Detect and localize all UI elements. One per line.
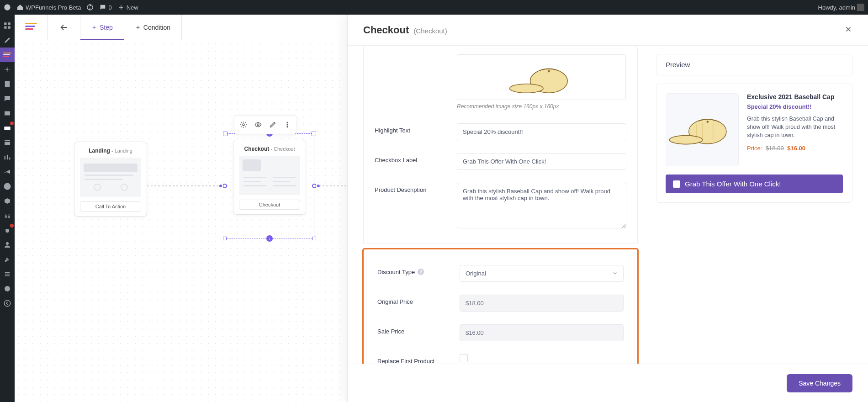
home-icon — [16, 4, 24, 11]
label-replace: Replace First Product — [377, 354, 460, 364]
toolbar-more-button[interactable] — [281, 118, 294, 131]
image-hint: Recommended image size 160px x 160px — [457, 103, 626, 111]
preview-cta-button[interactable]: Grab This Offer With One Click! — [666, 175, 843, 193]
svg-rect-2 — [4, 22, 6, 25]
app-logo[interactable] — [15, 15, 48, 40]
wp-howdy[interactable]: Howdy, admin — [818, 4, 864, 11]
tab-step[interactable]: Step — [80, 15, 124, 40]
drawer-close-button[interactable] — [844, 25, 852, 35]
more-vertical-icon — [284, 121, 291, 128]
toolbar-settings-button[interactable] — [237, 118, 250, 131]
checkbox-label-input[interactable] — [457, 153, 626, 170]
chevron-down-icon — [612, 270, 618, 276]
drawer-title: Checkout (Checkout) — [363, 24, 447, 36]
side-item-marketing[interactable] — [0, 164, 15, 179]
svg-rect-15 — [5, 274, 10, 275]
svg-point-18 — [4, 300, 11, 307]
svg-rect-9 — [4, 127, 11, 130]
port-dot-in[interactable] — [218, 184, 223, 188]
svg-rect-3 — [8, 22, 11, 25]
side-item-comments[interactable] — [0, 91, 15, 106]
side-item-media[interactable] — [0, 62, 15, 77]
save-changes-button[interactable]: Save Changes — [787, 374, 852, 392]
wp-comments[interactable]: 0 — [99, 4, 111, 11]
gear-icon — [240, 121, 247, 128]
svg-point-25 — [510, 84, 544, 93]
side-item-appearance[interactable] — [0, 208, 15, 223]
wp-updates-icon[interactable] — [86, 4, 94, 11]
wp-site-link[interactable]: WPFunnels Pro Beta — [16, 4, 81, 11]
toolbar-edit-button[interactable] — [266, 118, 279, 131]
node-cta-button[interactable]: Call To Action — [80, 201, 141, 212]
side-item-analytics[interactable] — [0, 150, 15, 164]
badge-bottom-icon: ↓ — [266, 235, 273, 242]
label-desc: Product Description — [375, 183, 457, 193]
replace-first-checkbox[interactable] — [460, 354, 468, 362]
plus-icon — [135, 25, 141, 30]
pencil-icon — [269, 121, 276, 128]
side-item-woo[interactable] — [0, 121, 15, 135]
product-image-box[interactable] — [457, 54, 626, 100]
side-item-elementor[interactable] — [0, 179, 15, 194]
toolbar-view-button[interactable] — [252, 118, 265, 131]
node-title: Checkout - Checkout — [239, 146, 300, 152]
original-price-field: $18.00 — [460, 295, 624, 312]
preview-cta-checkbox[interactable] — [673, 180, 680, 188]
order-bump-card: Recommended image size 160px x 160px Hig… — [363, 46, 638, 243]
comment-icon — [99, 4, 106, 11]
close-icon — [844, 25, 852, 33]
label-orig-price: Original Price — [377, 295, 460, 305]
svg-point-6 — [6, 69, 9, 71]
side-item-plugins[interactable] — [0, 223, 15, 238]
svg-point-22 — [287, 124, 288, 125]
help-icon[interactable]: ? — [418, 269, 424, 275]
step-drawer: Checkout (Checkout) — [347, 15, 868, 402]
side-item-templates[interactable] — [0, 194, 15, 208]
node-checkout[interactable]: Checkout - Checkout Checkout — [233, 140, 306, 215]
node-landing[interactable]: Landing - Landing Call To Action — [74, 142, 147, 217]
svg-point-23 — [287, 127, 288, 127]
side-item-pages[interactable] — [0, 77, 15, 91]
svg-rect-4 — [4, 26, 6, 29]
side-item-dashboard[interactable] — [0, 18, 15, 33]
plus-icon — [91, 25, 97, 30]
eye-icon — [254, 121, 262, 128]
svg-rect-10 — [5, 140, 10, 141]
wp-new[interactable]: New — [117, 4, 138, 11]
tab-condition[interactable]: Condition — [124, 15, 182, 40]
discount-type-select[interactable]: Original — [460, 265, 624, 282]
side-item-tools[interactable] — [0, 252, 15, 267]
svg-point-12 — [4, 183, 11, 190]
preview-desc: Grab this stylish Baseball Cap and show … — [747, 115, 843, 139]
sale-price-field: $16.00 — [460, 324, 624, 341]
svg-point-26 — [548, 70, 550, 72]
side-item-generic[interactable] — [0, 281, 15, 296]
description-input[interactable] — [457, 183, 626, 228]
side-item-wpfunnels[interactable] — [0, 48, 15, 62]
side-item-posts[interactable] — [0, 33, 15, 48]
port-in[interactable] — [222, 184, 227, 188]
highlight-input[interactable] — [457, 123, 626, 140]
side-item-products[interactable] — [0, 135, 15, 150]
svg-rect-7 — [5, 81, 10, 87]
node-toolbar — [234, 115, 297, 134]
node-thumb — [239, 156, 300, 195]
side-item-users[interactable] — [0, 238, 15, 252]
svg-point-17 — [5, 286, 10, 291]
avatar-icon — [857, 4, 864, 11]
node-title: Landing - Landing — [80, 148, 141, 154]
side-item-collapse[interactable] — [0, 296, 15, 311]
label-checkbox: Checkbox Label — [375, 153, 457, 164]
side-item-settings[interactable] — [0, 267, 15, 281]
label-sale-price: Sale Price — [377, 324, 460, 335]
highlighted-section: Discount Type? Original Original Price $… — [363, 249, 638, 364]
preview-highlight: Special 20% discount!! — [747, 103, 843, 110]
node-checkout-button[interactable]: Checkout — [239, 200, 300, 210]
preview-image — [666, 93, 739, 166]
wp-logo-icon[interactable] — [4, 4, 11, 11]
back-button[interactable] — [48, 15, 80, 40]
side-item-contact[interactable] — [0, 106, 15, 121]
preview-price: Price: $18.00 $16.00 — [747, 145, 843, 152]
svg-point-20 — [257, 124, 259, 126]
svg-point-29 — [706, 121, 709, 123]
